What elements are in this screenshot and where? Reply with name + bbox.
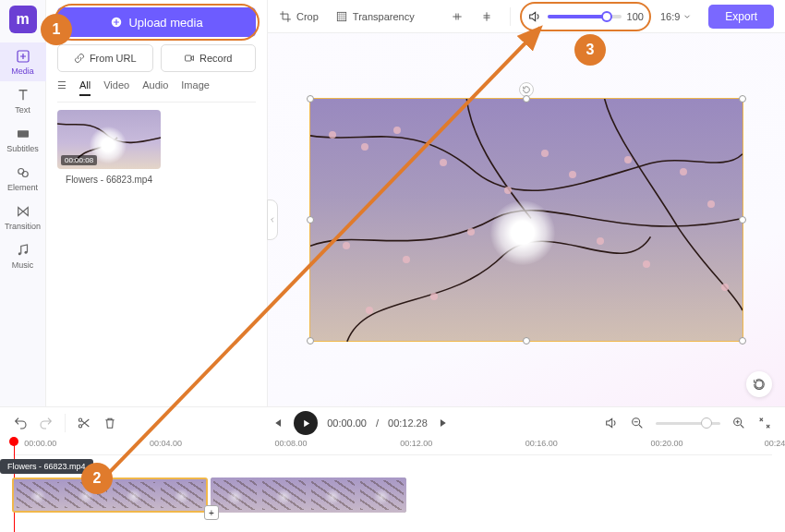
align-button-1[interactable] bbox=[451, 10, 464, 23]
play-button[interactable] bbox=[294, 411, 318, 435]
tab-all[interactable]: All bbox=[79, 79, 91, 96]
attributes-button[interactable] bbox=[746, 371, 772, 397]
timeline-ruler[interactable]: 00:00.00 00:04.00 00:08.00 00:12.00 00:1… bbox=[13, 439, 772, 455]
record-icon bbox=[184, 53, 195, 64]
rail-item-element[interactable]: Element bbox=[0, 159, 46, 198]
resize-handle-bl[interactable] bbox=[307, 337, 314, 345]
time-sep: / bbox=[376, 417, 379, 429]
upload-media-button[interactable]: Upload media bbox=[57, 7, 256, 37]
svg-point-4 bbox=[18, 252, 20, 255]
clip-label: Flowers - 66823.mp4 bbox=[0, 459, 93, 474]
export-button[interactable]: Export bbox=[708, 5, 774, 29]
total-time: 00:12.28 bbox=[388, 417, 428, 429]
plus-box-icon bbox=[15, 48, 31, 65]
annotation-number-1: 1 bbox=[41, 14, 72, 45]
svg-point-3 bbox=[22, 172, 28, 177]
tabs-icon: ☰ bbox=[57, 79, 66, 96]
mute-button[interactable] bbox=[604, 416, 619, 430]
resize-handle-tm[interactable] bbox=[523, 95, 530, 103]
ruler-mark: 00:24.00 bbox=[765, 439, 785, 448]
align-h-icon bbox=[451, 10, 464, 23]
ruler-mark: 00:08.00 bbox=[275, 439, 308, 448]
rail-item-media[interactable]: Media bbox=[0, 42, 46, 81]
tab-video[interactable]: Video bbox=[103, 79, 129, 96]
canvas-area: Crop Transparency 100 16:9 bbox=[268, 0, 785, 406]
undo-button[interactable] bbox=[13, 416, 28, 430]
resize-handle-tr[interactable] bbox=[739, 95, 746, 103]
svg-rect-1 bbox=[18, 130, 29, 138]
rail-item-transition[interactable]: Transition bbox=[0, 198, 46, 236]
scissors-icon bbox=[77, 416, 91, 430]
volume-slider[interactable] bbox=[548, 15, 622, 18]
rail-item-music[interactable]: Music bbox=[0, 236, 46, 275]
chevron-down-icon bbox=[682, 12, 692, 21]
rail-label: Text bbox=[15, 105, 30, 115]
split-button[interactable] bbox=[77, 416, 91, 430]
from-url-label: From URL bbox=[90, 53, 137, 64]
zoom-slider[interactable] bbox=[656, 422, 720, 425]
music-icon bbox=[15, 242, 31, 259]
resize-handle-br[interactable] bbox=[739, 337, 746, 345]
redo-icon bbox=[39, 416, 54, 430]
speaker-icon bbox=[527, 9, 542, 24]
aspect-ratio-dropdown[interactable]: 16:9 bbox=[660, 11, 692, 22]
ruler-mark: 00:12.00 bbox=[400, 439, 432, 448]
canvas-viewport[interactable] bbox=[268, 33, 785, 406]
zoom-out-button[interactable] bbox=[630, 416, 645, 430]
volume-control[interactable]: 100 bbox=[527, 9, 644, 24]
skip-back-icon bbox=[271, 417, 284, 429]
record-button[interactable]: Record bbox=[161, 44, 257, 72]
align-button-2[interactable] bbox=[480, 10, 493, 23]
rail-label: Subtitles bbox=[6, 144, 39, 153]
timeline-clip[interactable] bbox=[211, 478, 407, 513]
annotation-number-2: 2 bbox=[81, 463, 113, 494]
fit-button[interactable] bbox=[757, 416, 772, 430]
media-tabs: ☰ All Video Audio Image bbox=[57, 79, 256, 103]
plus-circle-icon bbox=[110, 16, 123, 29]
timeline[interactable]: 00:00.00 00:04.00 00:08.00 00:12.00 00:1… bbox=[0, 439, 785, 532]
tab-image[interactable]: Image bbox=[181, 79, 210, 96]
current-time: 00:00.00 bbox=[327, 417, 367, 429]
resize-handle-bm[interactable] bbox=[523, 337, 530, 345]
add-track-button[interactable]: + bbox=[204, 505, 219, 520]
ruler-mark: 00:20.00 bbox=[650, 439, 682, 448]
next-frame-button[interactable] bbox=[437, 416, 452, 430]
delete-button[interactable] bbox=[103, 416, 117, 430]
resize-handle-tl[interactable] bbox=[307, 95, 314, 103]
transition-icon bbox=[15, 203, 31, 220]
panel-collapse-handle[interactable] bbox=[267, 200, 278, 240]
rotate-icon bbox=[522, 85, 531, 94]
resize-handle-ml[interactable] bbox=[307, 216, 314, 224]
svg-point-9 bbox=[755, 381, 763, 388]
transparency-icon bbox=[335, 10, 348, 23]
collapse-icon bbox=[757, 416, 772, 430]
video-frame[interactable] bbox=[309, 98, 743, 342]
media-thumbnail[interactable]: 00:00:08 Flowers - 66823.mp4 bbox=[57, 110, 161, 185]
resize-handle-mr[interactable] bbox=[739, 216, 746, 224]
crop-button[interactable]: Crop bbox=[279, 10, 319, 23]
rail-item-text[interactable]: Text bbox=[0, 81, 46, 120]
rail-item-subtitles[interactable]: Subtitles bbox=[0, 120, 46, 159]
ruler-mark: 00:04.00 bbox=[150, 439, 182, 448]
tab-audio[interactable]: Audio bbox=[142, 79, 168, 96]
media-panel: Upload media From URL Record ☰ All Video… bbox=[46, 0, 268, 406]
app-logo: m bbox=[9, 6, 37, 33]
canvas-topbar: Crop Transparency 100 16:9 bbox=[268, 0, 785, 33]
zoom-in-icon bbox=[731, 416, 746, 430]
left-rail: m Media Text Subtitles Element Transitio… bbox=[0, 0, 46, 406]
transparency-label: Transparency bbox=[353, 11, 415, 22]
transparency-button[interactable]: Transparency bbox=[335, 10, 415, 23]
rail-label: Element bbox=[7, 183, 38, 192]
prev-frame-button[interactable] bbox=[270, 416, 284, 430]
zoom-in-button[interactable] bbox=[731, 416, 746, 430]
chevron-left-icon bbox=[269, 216, 276, 224]
ruler-mark: 00:00.00 bbox=[24, 439, 56, 448]
from-url-button[interactable]: From URL bbox=[57, 44, 153, 72]
svg-rect-7 bbox=[186, 55, 192, 61]
thumb-filename: Flowers - 66823.mp4 bbox=[57, 175, 161, 185]
redo-button[interactable] bbox=[39, 416, 54, 430]
record-label: Record bbox=[199, 53, 232, 64]
svg-point-5 bbox=[24, 251, 27, 254]
text-icon bbox=[15, 87, 31, 103]
trash-icon bbox=[103, 416, 117, 430]
